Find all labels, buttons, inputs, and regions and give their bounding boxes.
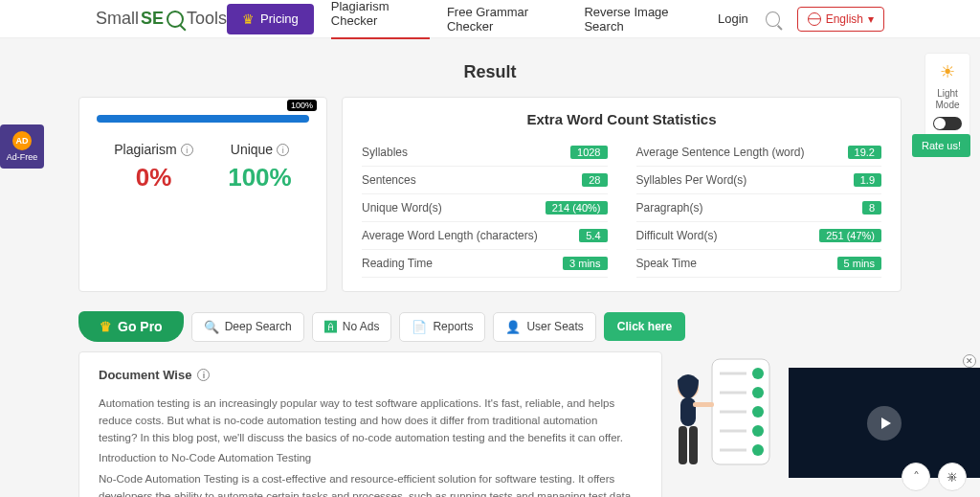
crown-icon: ♛: [242, 11, 255, 27]
stat-syllables: Syllables1028: [362, 139, 608, 167]
logo-text-mid: SE: [141, 9, 164, 29]
noads-icon: 🅰: [324, 320, 337, 334]
adfree-badge[interactable]: AD Ad-Free: [0, 124, 44, 169]
stat-value: 8: [862, 201, 881, 215]
stat-label: Average Word Length (characters): [362, 229, 538, 242]
result-title: Result: [78, 62, 902, 82]
language-label: English: [826, 12, 863, 26]
stat-value: 3 mins: [563, 257, 607, 270]
nav-login[interactable]: Login: [718, 11, 748, 26]
stats-grid: Syllables1028 Average Sentence Length (w…: [362, 139, 881, 278]
result-row: 100% Plagiarism i 0% Unique i 100%: [78, 97, 902, 292]
globe-icon: [808, 12, 821, 26]
stat-label: Sentences: [362, 173, 416, 187]
bar-tooltip: 100%: [287, 100, 317, 111]
stat-value: 5.4: [579, 229, 607, 242]
rate-us-button[interactable]: Rate us!: [912, 134, 970, 157]
stat-value: 1.9: [854, 173, 881, 187]
no-ads-pill[interactable]: 🅰No Ads: [312, 312, 392, 342]
adfree-label: Ad-Free: [7, 152, 38, 162]
magnifier-icon: [167, 11, 184, 28]
stat-label: Paragraph(s): [636, 201, 703, 215]
svg-rect-12: [680, 397, 696, 426]
fab-row: ˄ ⛯: [902, 463, 967, 491]
settings-fab[interactable]: ⛯: [938, 463, 967, 491]
theme-widget: ☀ Light Mode: [924, 53, 970, 139]
score-values: Plagiarism i 0% Unique i 100%: [97, 142, 309, 192]
svg-point-1: [752, 368, 764, 379]
document-text[interactable]: Automation testing is an increasingly po…: [99, 395, 642, 497]
logo-text-post: Tools: [187, 9, 227, 29]
report-icon: 📄: [412, 320, 427, 334]
document-wise-label: Document Wise: [99, 368, 191, 382]
pill-label: Deep Search: [225, 320, 292, 333]
stat-speak-time: Speak Time5 mins: [636, 250, 882, 278]
unique-label-text: Unique: [231, 142, 273, 157]
stat-value: 28: [582, 173, 607, 187]
go-pro-button[interactable]: Go Pro: [78, 311, 184, 342]
deep-search-pill[interactable]: 🔍Deep Search: [191, 312, 304, 342]
video-overlay[interactable]: ✕: [789, 368, 980, 478]
stat-label: Syllables Per Word(s): [636, 173, 747, 187]
pill-label: No Ads: [343, 320, 380, 333]
document-wise-title: Document Wise i: [99, 368, 642, 382]
close-icon[interactable]: ✕: [963, 354, 976, 368]
pro-row: Go Pro 🔍Deep Search 🅰No Ads 📄Reports 👤Us…: [78, 311, 902, 342]
theme-label: Light Mode: [935, 88, 959, 111]
info-icon[interactable]: i: [181, 144, 193, 156]
stat-label: Difficult Word(s): [636, 229, 718, 242]
language-button[interactable]: English ▾: [797, 7, 884, 32]
play-icon[interactable]: [867, 406, 902, 441]
stat-value: 1028: [570, 146, 607, 159]
reports-pill[interactable]: 📄Reports: [399, 312, 485, 342]
search-icon: 🔍: [204, 320, 219, 334]
svg-rect-15: [693, 402, 714, 407]
nav-reverse[interactable]: Reverse Image Search: [584, 5, 701, 34]
stat-sentences: Sentences28: [362, 167, 608, 194]
stat-label: Average Sentence Length (word): [636, 146, 805, 159]
stat-unique-words: Unique Word(s)214 (40%): [362, 194, 608, 222]
stat-paragraphs: Paragraph(s)8: [636, 194, 882, 222]
stat-syllables-per-word: Syllables Per Word(s)1.9: [636, 167, 882, 194]
score-card: 100% Plagiarism i 0% Unique i 100%: [78, 97, 327, 292]
checklist-illustration: [664, 350, 779, 484]
stat-label: Speak Time: [636, 257, 697, 270]
score-bar: 100%: [97, 115, 309, 123]
nav-grammar[interactable]: Free Grammar Checker: [447, 5, 568, 34]
stat-avg-sentence: Average Sentence Length (word)19.2: [636, 139, 882, 167]
stat-label: Reading Time: [362, 257, 433, 270]
info-icon[interactable]: i: [197, 369, 210, 381]
pill-label: User Seats: [526, 320, 583, 333]
header: Small SE Tools ♛ Pricing Plagiarism Chec…: [0, 0, 980, 38]
search-icon[interactable]: [766, 11, 780, 27]
pill-label: Reports: [433, 320, 473, 333]
stat-value: 251 (47%): [819, 229, 881, 242]
svg-point-3: [752, 406, 764, 418]
logo[interactable]: Small SE Tools: [96, 9, 227, 29]
stats-title: Extra Word Count Statistics: [362, 111, 881, 127]
plagiarism-block: Plagiarism i 0%: [114, 142, 192, 192]
theme-toggle[interactable]: [933, 117, 962, 130]
scroll-top-button[interactable]: ˄: [902, 463, 930, 491]
plagiarism-value: 0%: [114, 163, 192, 192]
stat-difficult-words: Difficult Word(s)251 (47%): [636, 222, 882, 250]
plagiarism-label: Plagiarism i: [114, 142, 192, 157]
chevron-down-icon: ▾: [868, 12, 874, 26]
doc-paragraph: Automation testing is an increasingly po…: [99, 395, 635, 446]
stat-avg-word-length: Average Word Length (characters)5.4: [362, 222, 608, 250]
unique-value: 100%: [228, 163, 292, 192]
svg-rect-14: [689, 426, 698, 464]
unique-block: Unique i 100%: [228, 142, 292, 192]
info-icon[interactable]: i: [277, 144, 289, 156]
stat-value: 5 mins: [837, 257, 881, 270]
user-icon: 👤: [505, 320, 521, 334]
sun-icon: ☀: [940, 61, 955, 82]
pricing-button[interactable]: ♛ Pricing: [227, 4, 314, 34]
stat-value: 214 (40%): [546, 201, 608, 215]
user-seats-pill[interactable]: 👤User Seats: [493, 312, 595, 342]
logo-text-pre: Small: [96, 9, 139, 29]
nav-plagiarism[interactable]: Plagiarism Checker: [331, 0, 430, 39]
unique-bar: [97, 115, 309, 123]
click-here-button[interactable]: Click here: [604, 312, 685, 341]
stat-value: 19.2: [848, 146, 881, 159]
